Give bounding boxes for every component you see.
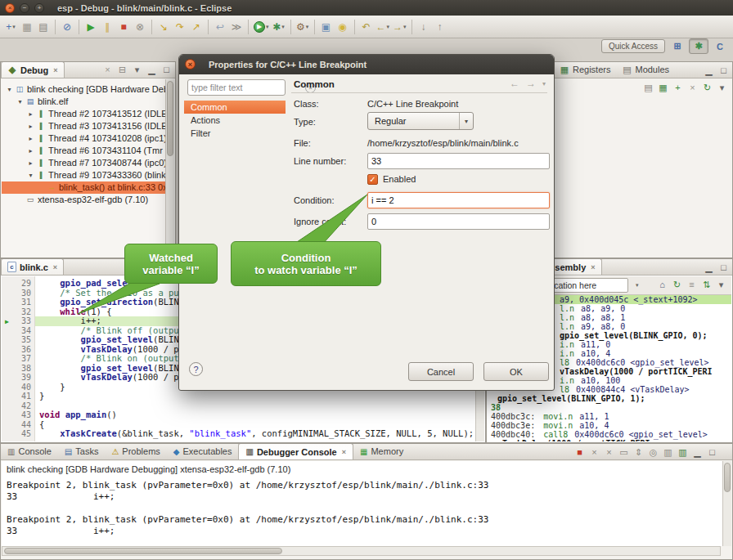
step-over-icon[interactable]: ↷ [172,18,188,36]
scrollbar-thumb[interactable] [4,548,282,554]
minimize-view-icon[interactable]: ▁ [145,63,159,76]
filter-input[interactable] [188,83,305,92]
clear-console-icon[interactable]: ▭ [617,446,631,459]
open-console-icon[interactable]: ▥ [676,446,690,459]
display-selected-console-icon[interactable]: ▥ [661,446,675,459]
add-register-group-icon[interactable]: + [671,81,685,94]
remove-register-group-icon[interactable]: × [686,81,699,94]
collapse-all-icon[interactable]: ⊟ [115,63,129,76]
help-button[interactable]: ? [189,362,203,376]
tree-expander-icon[interactable]: ▸ [26,120,35,132]
step-into-icon[interactable]: ↘ [155,18,172,36]
external-tools-icon[interactable]: ⚙▾ [295,18,311,36]
scroll-lock-icon[interactable]: ⇕ [632,446,645,459]
instruction-stepping-icon[interactable]: ≫ [228,18,245,36]
window-close-button[interactable]: × [5,3,15,13]
debug-tree-item[interactable]: ▸∥Thread #7 1073408744 (ipc0) (Susp [2,157,165,169]
terminate-icon[interactable]: ■ [115,18,132,36]
dialog-nav-filter[interactable]: Filter [184,127,286,140]
debug-perspective-icon[interactable]: ✱ [689,38,708,54]
print-icon[interactable]: ▤ [35,18,52,36]
maximize-view-icon[interactable]: □ [717,261,731,274]
tree-expander-icon[interactable]: ▸ [26,108,35,120]
view-menu-icon[interactable]: ▾ [715,81,729,94]
maximize-view-icon[interactable]: □ [717,64,731,77]
quick-access-button[interactable]: Quick Access [601,39,665,53]
chevron-down-icon[interactable]: ▾ [542,80,546,87]
chevron-down-icon[interactable]: ▾ [636,282,639,289]
resume-icon[interactable]: ▶ [83,18,99,36]
previous-annotation-icon[interactable]: ↑ [432,18,448,36]
debug-tree-item[interactable]: ▸∥Thread #4 1073410208 (ipc1) (Susp [2,132,165,145]
console-tab-tasks[interactable]: ▤Tasks [58,443,106,459]
debug-tree-item[interactable]: ▾◫blink checking [GDB Hardware Debug [2,83,165,96]
type-dropdown[interactable]: Regular ▾ [367,112,474,130]
window-minimize-button[interactable]: − [20,3,29,13]
skip-all-breakpoints-icon[interactable]: ⊘ [59,18,75,36]
scrollbar-thumb[interactable] [724,463,731,492]
debug-icon[interactable]: ✱▾ [271,18,287,36]
tree-expander-icon[interactable]: ▸ [26,157,35,169]
remove-all-terminated-icon[interactable]: × [101,63,115,76]
view-menu-icon[interactable]: ▾ [130,63,144,76]
pin-console-icon[interactable]: ◎ [646,446,660,459]
show-columns-icon[interactable]: ▦ [656,81,670,94]
next-annotation-icon[interactable]: ↓ [416,18,432,36]
scrollbar-thumb[interactable] [167,81,173,156]
dialog-nav-actions[interactable]: Actions [184,114,286,127]
debug-tree-item[interactable]: ▾∥Thread #9 1073433360 (blink_task [2,169,165,181]
console-tab-executables[interactable]: ◆Executables [167,443,239,459]
console-tab-console[interactable]: ▥Console [1,443,58,459]
dialog-titlebar[interactable]: × Properties for C/C++ Line Breakpoint [179,55,554,74]
minimize-view-icon[interactable]: ▁ [702,64,716,77]
console-tab-memory[interactable]: ▦Memory [353,443,410,459]
search-icon[interactable]: ◉ [335,18,351,36]
last-edit-location-icon[interactable]: ↶ [358,18,375,36]
close-tab-icon[interactable]: × [53,66,57,74]
console-scrollbar[interactable] [722,461,731,546]
forward-icon[interactable]: →▾ [391,18,408,36]
refresh-icon[interactable]: ↻ [700,81,714,94]
close-tab-icon[interactable]: × [53,263,57,271]
tree-expander-icon[interactable]: ▾ [5,83,14,96]
enabled-checkbox[interactable]: ✓ [367,174,378,185]
console-hscrollbar[interactable] [2,546,721,556]
line-number-input[interactable] [367,153,550,169]
tab-registers[interactable]: ▦ Registers [554,61,616,78]
cpp-perspective-icon[interactable]: C [710,38,730,54]
cancel-button[interactable]: Cancel [408,362,474,381]
sync-icon[interactable]: ⇅ [699,278,713,291]
debug-tree-item[interactable]: ▸∥Thread #2 1073413512 (IDLE : Runn [2,108,165,120]
debug-tree-item[interactable]: ▸∥Thread #6 1073431104 (Tmr Svc) (S [2,145,165,157]
forward-icon[interactable]: → [526,78,536,89]
close-tab-icon[interactable]: × [591,263,595,271]
debug-tree-item[interactable]: →blink_task() at blink.c:33 0x400db [2,181,165,194]
remove-launch-icon[interactable]: × [587,446,601,459]
debug-tree-item[interactable]: ▸∥Thread #3 1073413156 (IDLE) (Susp [2,120,165,132]
open-perspective-icon[interactable]: ⊞ [668,38,687,54]
console-tab-problems[interactable]: ⚠Problems [105,443,166,459]
debug-tree-item[interactable]: ▾▤blink.elf [2,96,165,108]
tree-expander-icon[interactable]: ▾ [16,96,25,108]
remove-all-terminated-icon[interactable]: × [602,446,616,459]
run-icon[interactable]: ▶▾ [252,18,271,36]
close-tab-icon[interactable]: × [342,448,346,456]
ignore-count-input[interactable] [367,213,550,230]
minimize-view-icon[interactable]: ▁ [702,261,716,274]
tree-expander-icon[interactable]: ▸ [26,132,35,145]
terminate-icon[interactable]: ■ [573,446,587,459]
disconnect-icon[interactable]: ⊗ [132,18,148,36]
new-wizard-icon[interactable]: +▾ [2,18,19,36]
tab-blink-c[interactable]: c blink.c × [1,258,64,275]
new-c-file-icon[interactable]: ▣ [318,18,335,36]
tree-expander-icon[interactable]: ▾ [26,169,35,181]
condition-input[interactable] [367,192,550,208]
tab-debug[interactable]: ◈ Debug × [1,61,65,78]
back-icon[interactable]: ←▾ [375,18,392,36]
refresh-icon[interactable]: ↻ [670,278,684,291]
suspend-icon[interactable]: ∥ [99,18,115,36]
breakpoint-marker-icon[interactable]: ▶ [5,318,9,325]
console-tab-debugger-console[interactable]: ▥Debugger Console× [238,443,353,459]
debug-tree-item[interactable]: ▭xtensa-esp32-elf-gdb (7.10) [2,194,165,206]
window-maximize-button[interactable]: + [34,3,44,13]
